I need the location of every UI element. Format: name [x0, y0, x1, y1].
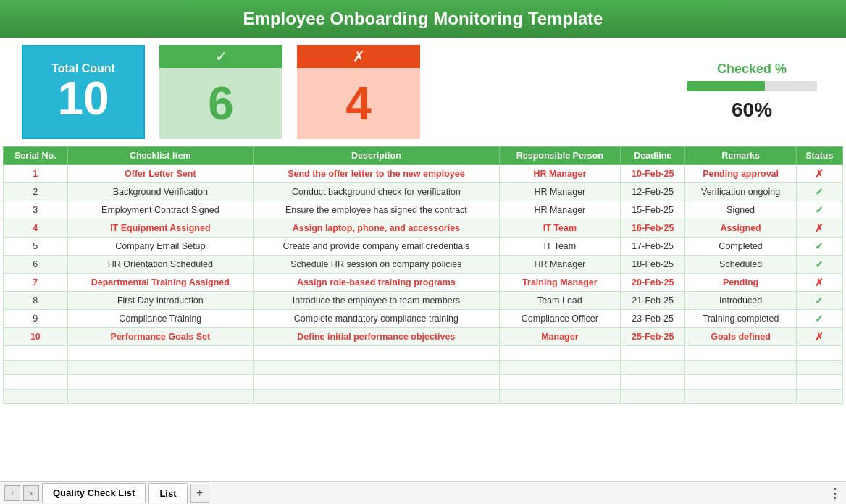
cell-item: Background Verification: [67, 183, 253, 201]
col-deadline: Deadline: [620, 147, 685, 165]
tab-quality-check-list[interactable]: Quality Check List: [42, 483, 146, 503]
col-description: Description: [254, 147, 500, 165]
cell-serial: 3: [4, 201, 68, 219]
col-status: Status: [796, 147, 842, 165]
cell-status: ✓: [796, 256, 842, 274]
cell-serial: 4: [4, 219, 68, 238]
cell-serial: 5: [4, 238, 68, 256]
status-icon: ✓: [815, 295, 824, 306]
check-count-box: ✓ 6: [159, 45, 282, 139]
table-row: 5 Company Email Setup Create and provide…: [4, 238, 843, 256]
cell-item: Company Email Setup: [67, 238, 253, 256]
cell-status: ✗: [796, 219, 842, 238]
cell-responsible: IT Team: [499, 238, 620, 256]
cell-item: Offer Letter Sent: [67, 165, 253, 183]
cell-item: Performance Goals Set: [67, 328, 253, 346]
cell-serial: 2: [4, 183, 68, 201]
table-row: 10 Performance Goals Set Define initial …: [4, 328, 843, 346]
cell-item: Employment Contract Signed: [67, 201, 253, 219]
cell-remarks: Pending approval: [685, 165, 796, 183]
checklist-table: Serial No. Checklist Item Description Re…: [3, 146, 843, 404]
cell-deadline: 18-Feb-25: [620, 256, 685, 274]
cross-count-bottom: 4: [297, 68, 420, 139]
cell-serial: 7: [4, 274, 68, 292]
cell-item: Departmental Training Assigned: [67, 274, 253, 292]
tab-add-button[interactable]: +: [190, 484, 209, 503]
cell-item: Compliance Training: [67, 310, 253, 328]
cell-responsible: Manager: [499, 328, 620, 346]
status-icon: ✗: [815, 168, 824, 180]
cell-serial: 1: [4, 165, 68, 183]
status-icon: ✗: [815, 331, 824, 343]
stats-row: Total Count 10 ✓ 6 ✗ 4 Checked % 60%: [0, 38, 846, 146]
table-row: 1 Offer Letter Sent Send the offer lette…: [4, 165, 843, 183]
col-remarks: Remarks: [685, 147, 796, 165]
cell-description: Introduce the employee to team members: [254, 292, 500, 310]
cell-description: Define initial performance objectives: [254, 328, 500, 346]
table-row: 3 Employment Contract Signed Ensure the …: [4, 201, 843, 219]
cell-description: Assign laptop, phone, and accessories: [254, 219, 500, 238]
cell-responsible: HR Manager: [499, 201, 620, 219]
status-icon: ✓: [815, 259, 824, 270]
cell-remarks: Completed: [685, 238, 796, 256]
cell-remarks: Pending: [685, 274, 796, 292]
cell-item: First Day Introduction: [67, 292, 253, 310]
cell-responsible: Training Manager: [499, 274, 620, 292]
cell-deadline: 20-Feb-25: [620, 274, 685, 292]
table-row: 7 Departmental Training Assigned Assign …: [4, 274, 843, 292]
cell-deadline: 15-Feb-25: [620, 201, 685, 219]
cell-responsible: Compliance Officer: [499, 310, 620, 328]
tab-prev-button[interactable]: ‹: [4, 485, 20, 501]
tab-more-button[interactable]: ⋮: [829, 485, 842, 501]
cell-remarks: Goals defined: [685, 328, 796, 346]
col-responsible: Responsible Person: [499, 147, 620, 165]
cell-deadline: 12-Feb-25: [620, 183, 685, 201]
cell-remarks: Assigned: [685, 219, 796, 238]
table-row: 8 First Day Introduction Introduce the e…: [4, 292, 843, 310]
cell-status: ✓: [796, 292, 842, 310]
cell-responsible: IT Team: [499, 219, 620, 238]
cell-remarks: Signed: [685, 201, 796, 219]
cell-deadline: 10-Feb-25: [620, 165, 685, 183]
page-title: Employee Onboarding Monitoring Template: [243, 9, 603, 28]
empty-row: [4, 361, 843, 375]
checked-percent-label: Checked %: [717, 62, 787, 77]
cross-count-value: 4: [345, 77, 372, 130]
col-serial: Serial No.: [4, 147, 68, 165]
cell-responsible: HR Manager: [499, 256, 620, 274]
pct-number: 60: [732, 98, 754, 121]
cell-serial: 8: [4, 292, 68, 310]
table-row: 9 Compliance Training Complete mandatory…: [4, 310, 843, 328]
cross-icon: ✗: [297, 45, 420, 68]
percent-bar-container: [687, 81, 817, 91]
cross-count-box: ✗ 4: [297, 45, 420, 139]
tab-next-button[interactable]: ›: [23, 485, 39, 501]
status-icon: ✓: [815, 240, 824, 252]
status-icon: ✗: [815, 222, 824, 234]
tab-list[interactable]: List: [148, 483, 187, 503]
empty-row: [4, 346, 843, 361]
cell-description: Create and provide company email credent…: [254, 238, 500, 256]
cell-serial: 9: [4, 310, 68, 328]
empty-row: [4, 375, 843, 390]
table-row: 2 Background Verification Conduct backgr…: [4, 183, 843, 201]
cell-status: ✗: [796, 165, 842, 183]
cell-status: ✓: [796, 201, 842, 219]
cell-deadline: 21-Feb-25: [620, 292, 685, 310]
pct-symbol: %: [754, 98, 772, 121]
cell-responsible: HR Manager: [499, 165, 620, 183]
cell-description: Send the offer letter to the new employe…: [254, 165, 500, 183]
cell-description: Assign role-based training programs: [254, 274, 500, 292]
checked-percent-box: Checked % 60%: [679, 62, 824, 123]
cell-deadline: 25-Feb-25: [620, 328, 685, 346]
cell-deadline: 23-Feb-25: [620, 310, 685, 328]
total-count-value: 10: [57, 75, 109, 122]
cell-status: ✓: [796, 183, 842, 201]
percent-bar: [687, 81, 765, 91]
cell-description: Complete mandatory compliance training: [254, 310, 500, 328]
cell-deadline: 16-Feb-25: [620, 219, 685, 238]
cell-serial: 6: [4, 256, 68, 274]
cell-remarks: Introduced: [685, 292, 796, 310]
cell-status: ✗: [796, 274, 842, 292]
cell-serial: 10: [4, 328, 68, 346]
